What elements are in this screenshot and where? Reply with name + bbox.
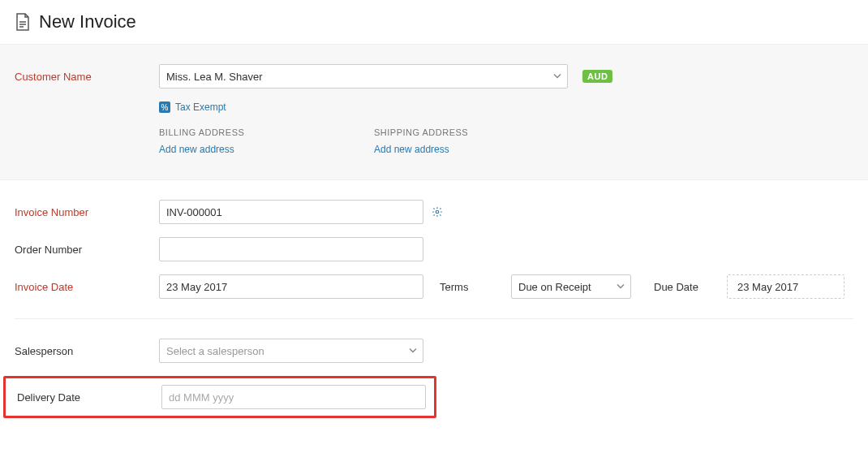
currency-badge: AUD: [582, 70, 612, 83]
tax-exempt-label: Tax Exempt: [175, 101, 226, 113]
tax-exempt-link[interactable]: % Tax Exempt: [159, 101, 226, 113]
invoice-number-label: Invoice Number: [15, 206, 159, 218]
salesperson-select[interactable]: Select a salesperson: [159, 339, 423, 363]
customer-name-label: Customer Name: [15, 71, 159, 83]
due-date-value: 23 May 2017: [727, 274, 844, 299]
billing-address-title: BILLING ADDRESS: [159, 127, 374, 137]
divider: [15, 318, 853, 319]
due-date-label: Due Date: [654, 281, 727, 293]
gear-icon[interactable]: [432, 206, 443, 218]
add-billing-address-link[interactable]: Add new address: [159, 144, 234, 155]
delivery-date-input[interactable]: [161, 385, 426, 409]
svg-point-3: [436, 210, 439, 214]
terms-label: Terms: [440, 281, 511, 293]
invoice-details-section: Invoice Number Order Number Invoice Date: [0, 180, 868, 443]
shipping-address-title: SHIPPING ADDRESS: [374, 127, 589, 137]
order-number-label: Order Number: [15, 244, 159, 256]
salesperson-label: Salesperson: [15, 345, 159, 357]
order-number-input[interactable]: [159, 237, 423, 261]
customer-section: Customer Name Miss. Lea M. Shaver AUD %: [0, 45, 868, 180]
delivery-date-highlight: Delivery Date: [3, 376, 436, 418]
page-header: New Invoice: [0, 0, 868, 45]
invoice-number-input[interactable]: [159, 200, 423, 224]
invoice-date-label: Invoice Date: [15, 281, 159, 293]
invoice-date-input[interactable]: [159, 274, 423, 299]
page-title: New Invoice: [39, 11, 136, 32]
percent-icon: %: [159, 101, 170, 113]
terms-select[interactable]: Due on Receipt: [511, 274, 631, 299]
delivery-date-label: Delivery Date: [17, 391, 161, 404]
add-shipping-address-link[interactable]: Add new address: [374, 144, 449, 155]
document-icon: [15, 12, 31, 32]
customer-name-select[interactable]: Miss. Lea M. Shaver: [159, 64, 568, 89]
